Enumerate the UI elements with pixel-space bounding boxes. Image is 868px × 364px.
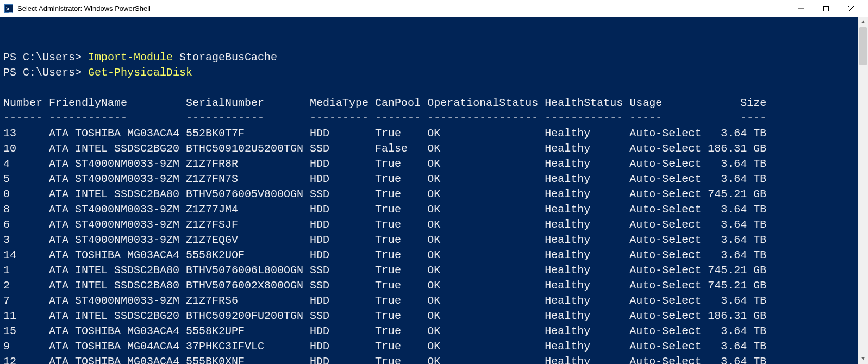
close-button[interactable] [839,1,864,17]
table-row: 2 ATA INTEL SSDSC2BA80 BTHV5076002X800OG… [3,278,865,293]
prompt-line: PS C:\Users> Import-Module StorageBusCac… [3,50,865,65]
scrollbar[interactable]: ▲ ▼ [858,17,868,364]
table-row: 14 ATA TOSHIBA MG03ACA4 5558K2UOF HDD Tr… [3,248,865,263]
blank-line [3,80,865,96]
table-row: 11 ATA INTEL SSDSC2BG20 BTHC509200FU200T… [3,309,865,324]
maximize-button[interactable] [814,1,839,17]
scroll-up-button[interactable]: ▲ [858,17,868,27]
table-row: 1 ATA INTEL SSDSC2BA80 BTHV5076006L800OG… [3,263,865,278]
window-title: Select Administrator: Windows PowerShell [17,4,789,12]
table-row: 5 ATA ST4000NM0033-9ZM Z1Z7FN7S HDD True… [3,172,865,187]
table-row: 10 ATA INTEL SSDSC2BG20 BTHC509102U5200T… [3,141,865,156]
scrollbar-track[interactable] [858,27,868,354]
close-icon [848,6,854,11]
table-row: 0 ATA INTEL SSDSC2BA80 BTHV5076005V800OG… [3,187,865,202]
minimize-icon [798,6,804,11]
table-row: 13 ATA TOSHIBA MG03ACA4 552BK0T7F HDD Tr… [3,126,865,141]
scrollbar-thumb[interactable] [859,27,867,65]
table-row: 9 ATA TOSHIBA MG04ACA4 37PHKC3IFVLC HDD … [3,339,865,354]
table-row: 3 ATA ST4000NM0033-9ZM Z1Z7EQGV HDD True… [3,233,865,248]
maximize-icon [823,6,829,11]
table-row: 6 ATA ST4000NM0033-9ZM Z1Z7FSJF HDD True… [3,217,865,233]
table-row: 15 ATA TOSHIBA MG03ACA4 5558K2UPF HDD Tr… [3,324,865,339]
table-divider: ------ ------------ ------------ -------… [3,111,865,126]
table-row: 12 ATA TOSHIBA MG03ACA4 555BK0XNF HDD Tr… [3,354,865,364]
window-controls [789,1,864,17]
window-titlebar: Select Administrator: Windows PowerShell [0,0,868,17]
minimize-button[interactable] [789,1,814,17]
terminal-content: PS C:\Users> Import-Module StorageBusCac… [3,50,865,364]
table-row: 8 ATA ST4000NM0033-9ZM Z1Z77JM4 HDD True… [3,202,865,217]
table-row: 7 ATA ST4000NM0033-9ZM Z1Z7FRS6 HDD True… [3,293,865,309]
powershell-icon [4,4,13,13]
prompt-line: PS C:\Users> Get-PhysicalDisk [3,65,865,80]
table-header: Number FriendlyName SerialNumber MediaTy… [3,96,865,111]
terminal[interactable]: PS C:\Users> Import-Module StorageBusCac… [0,17,868,364]
table-row: 4 ATA ST4000NM0033-9ZM Z1Z7FR8R HDD True… [3,156,865,172]
scroll-down-button[interactable]: ▼ [858,354,868,364]
svg-rect-1 [824,6,829,11]
